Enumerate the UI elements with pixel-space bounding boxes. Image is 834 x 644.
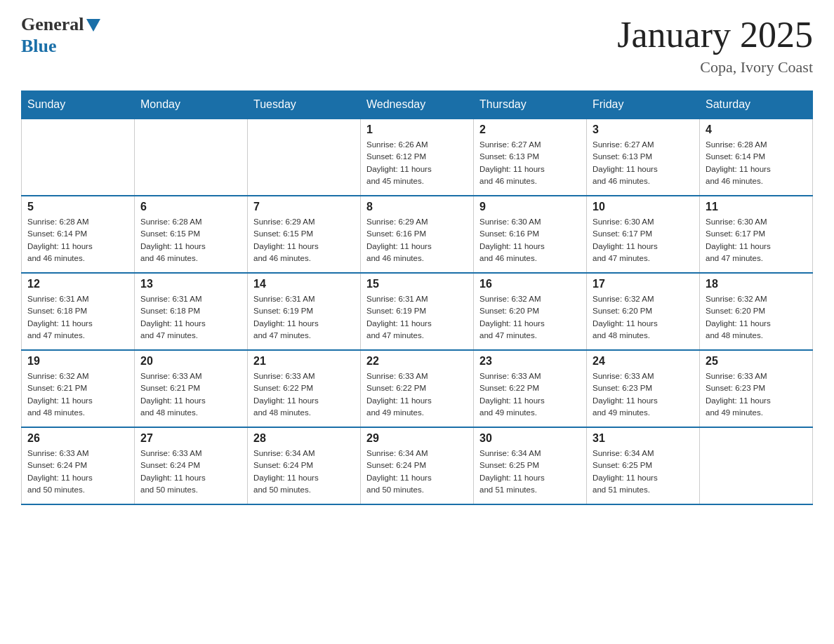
calendar-day-cell: 15Sunrise: 6:31 AM Sunset: 6:19 PM Dayli…	[361, 273, 474, 350]
logo-triangle-icon	[86, 19, 100, 32]
day-number: 14	[253, 278, 355, 290]
day-info: Sunrise: 6:26 AM Sunset: 6:12 PM Dayligh…	[366, 139, 468, 187]
calendar-day-cell: 4Sunrise: 6:28 AM Sunset: 6:14 PM Daylig…	[700, 119, 813, 196]
logo: General Blue	[21, 14, 100, 57]
day-number: 17	[593, 278, 694, 290]
day-number: 26	[27, 432, 128, 445]
calendar-week-row: 1Sunrise: 6:26 AM Sunset: 6:12 PM Daylig…	[22, 119, 813, 196]
day-info: Sunrise: 6:30 AM Sunset: 6:17 PM Dayligh…	[593, 216, 694, 264]
day-info: Sunrise: 6:31 AM Sunset: 6:18 PM Dayligh…	[27, 293, 128, 342]
day-number: 20	[140, 355, 241, 368]
day-number: 13	[140, 278, 241, 290]
calendar-day-cell: 29Sunrise: 6:34 AM Sunset: 6:24 PM Dayli…	[361, 427, 474, 504]
day-info: Sunrise: 6:33 AM Sunset: 6:22 PM Dayligh…	[253, 370, 355, 419]
day-number: 1	[366, 123, 468, 136]
day-info: Sunrise: 6:28 AM Sunset: 6:15 PM Dayligh…	[140, 216, 241, 264]
calendar-day-cell: 22Sunrise: 6:33 AM Sunset: 6:22 PM Dayli…	[361, 350, 474, 427]
day-number: 16	[479, 278, 581, 290]
day-info: Sunrise: 6:33 AM Sunset: 6:22 PM Dayligh…	[366, 370, 468, 419]
day-info: Sunrise: 6:27 AM Sunset: 6:13 PM Dayligh…	[593, 139, 694, 187]
day-number: 11	[706, 201, 807, 213]
day-info: Sunrise: 6:28 AM Sunset: 6:14 PM Dayligh…	[27, 216, 128, 264]
day-info: Sunrise: 6:31 AM Sunset: 6:18 PM Dayligh…	[140, 293, 241, 342]
calendar-day-cell: 3Sunrise: 6:27 AM Sunset: 6:13 PM Daylig…	[587, 119, 700, 196]
calendar-day-cell: 8Sunrise: 6:29 AM Sunset: 6:16 PM Daylig…	[361, 196, 474, 273]
calendar-day-cell	[135, 119, 248, 196]
calendar-day-cell: 20Sunrise: 6:33 AM Sunset: 6:21 PM Dayli…	[135, 350, 248, 427]
day-info: Sunrise: 6:34 AM Sunset: 6:25 PM Dayligh…	[593, 448, 694, 496]
day-of-week-header: Tuesday	[248, 91, 361, 119]
calendar-day-cell: 1Sunrise: 6:26 AM Sunset: 6:12 PM Daylig…	[361, 119, 474, 196]
day-number: 10	[593, 201, 694, 213]
calendar-day-cell: 5Sunrise: 6:28 AM Sunset: 6:14 PM Daylig…	[22, 196, 135, 273]
day-of-week-header: Monday	[135, 91, 248, 119]
day-info: Sunrise: 6:32 AM Sunset: 6:21 PM Dayligh…	[27, 370, 128, 419]
logo-blue-text: Blue	[21, 36, 57, 56]
calendar-day-cell: 9Sunrise: 6:30 AM Sunset: 6:16 PM Daylig…	[474, 196, 587, 273]
calendar-subtitle: Copa, Ivory Coast	[617, 58, 813, 76]
day-number: 30	[479, 432, 581, 445]
calendar-day-cell: 10Sunrise: 6:30 AM Sunset: 6:17 PM Dayli…	[587, 196, 700, 273]
day-info: Sunrise: 6:29 AM Sunset: 6:16 PM Dayligh…	[366, 216, 468, 264]
day-number: 21	[253, 355, 355, 368]
day-info: Sunrise: 6:27 AM Sunset: 6:13 PM Dayligh…	[479, 139, 581, 187]
day-info: Sunrise: 6:34 AM Sunset: 6:24 PM Dayligh…	[253, 448, 355, 496]
calendar-day-cell: 6Sunrise: 6:28 AM Sunset: 6:15 PM Daylig…	[135, 196, 248, 273]
calendar-week-row: 26Sunrise: 6:33 AM Sunset: 6:24 PM Dayli…	[22, 427, 813, 504]
calendar-day-cell: 2Sunrise: 6:27 AM Sunset: 6:13 PM Daylig…	[474, 119, 587, 196]
day-number: 3	[593, 123, 694, 136]
calendar-day-cell	[22, 119, 135, 196]
day-number: 19	[27, 355, 128, 368]
calendar-day-cell: 14Sunrise: 6:31 AM Sunset: 6:19 PM Dayli…	[248, 273, 361, 350]
calendar-day-cell: 17Sunrise: 6:32 AM Sunset: 6:20 PM Dayli…	[587, 273, 700, 350]
day-info: Sunrise: 6:31 AM Sunset: 6:19 PM Dayligh…	[366, 293, 468, 342]
page-header: General Blue January 2025 Copa, Ivory Co…	[21, 14, 813, 76]
calendar-day-cell: 11Sunrise: 6:30 AM Sunset: 6:17 PM Dayli…	[700, 196, 813, 273]
day-number: 24	[593, 355, 694, 368]
day-info: Sunrise: 6:32 AM Sunset: 6:20 PM Dayligh…	[706, 293, 807, 342]
calendar-day-cell: 12Sunrise: 6:31 AM Sunset: 6:18 PM Dayli…	[22, 273, 135, 350]
day-of-week-header: Thursday	[474, 91, 587, 119]
calendar-day-cell: 30Sunrise: 6:34 AM Sunset: 6:25 PM Dayli…	[474, 427, 587, 504]
day-info: Sunrise: 6:34 AM Sunset: 6:25 PM Dayligh…	[479, 448, 581, 496]
day-number: 18	[706, 278, 807, 290]
day-info: Sunrise: 6:33 AM Sunset: 6:24 PM Dayligh…	[140, 448, 241, 496]
calendar-day-cell: 26Sunrise: 6:33 AM Sunset: 6:24 PM Dayli…	[22, 427, 135, 504]
day-of-week-header: Wednesday	[361, 91, 474, 119]
calendar-day-cell: 7Sunrise: 6:29 AM Sunset: 6:15 PM Daylig…	[248, 196, 361, 273]
day-number: 15	[366, 278, 468, 290]
day-number: 31	[593, 432, 694, 445]
day-info: Sunrise: 6:34 AM Sunset: 6:24 PM Dayligh…	[366, 448, 468, 496]
day-number: 12	[27, 278, 128, 290]
calendar-week-row: 19Sunrise: 6:32 AM Sunset: 6:21 PM Dayli…	[22, 350, 813, 427]
day-number: 25	[706, 355, 807, 368]
calendar-week-row: 12Sunrise: 6:31 AM Sunset: 6:18 PM Dayli…	[22, 273, 813, 350]
calendar-day-cell: 27Sunrise: 6:33 AM Sunset: 6:24 PM Dayli…	[135, 427, 248, 504]
day-number: 5	[27, 201, 128, 213]
day-info: Sunrise: 6:32 AM Sunset: 6:20 PM Dayligh…	[593, 293, 694, 342]
day-number: 2	[479, 123, 581, 136]
day-of-week-header: Saturday	[700, 91, 813, 119]
calendar-day-cell: 28Sunrise: 6:34 AM Sunset: 6:24 PM Dayli…	[248, 427, 361, 504]
day-number: 4	[706, 123, 807, 136]
day-info: Sunrise: 6:33 AM Sunset: 6:21 PM Dayligh…	[140, 370, 241, 419]
day-of-week-header: Sunday	[22, 91, 135, 119]
calendar-header-row: SundayMondayTuesdayWednesdayThursdayFrid…	[22, 91, 813, 119]
day-info: Sunrise: 6:33 AM Sunset: 6:23 PM Dayligh…	[706, 370, 807, 419]
calendar-week-row: 5Sunrise: 6:28 AM Sunset: 6:14 PM Daylig…	[22, 196, 813, 273]
calendar-day-cell: 16Sunrise: 6:32 AM Sunset: 6:20 PM Dayli…	[474, 273, 587, 350]
day-info: Sunrise: 6:33 AM Sunset: 6:24 PM Dayligh…	[27, 448, 128, 496]
day-number: 28	[253, 432, 355, 445]
day-number: 27	[140, 432, 241, 445]
day-info: Sunrise: 6:33 AM Sunset: 6:22 PM Dayligh…	[479, 370, 581, 419]
day-info: Sunrise: 6:28 AM Sunset: 6:14 PM Dayligh…	[706, 139, 807, 187]
logo-general-text: General	[21, 14, 84, 34]
title-section: January 2025 Copa, Ivory Coast	[617, 14, 813, 76]
calendar-day-cell: 18Sunrise: 6:32 AM Sunset: 6:20 PM Dayli…	[700, 273, 813, 350]
calendar-day-cell: 13Sunrise: 6:31 AM Sunset: 6:18 PM Dayli…	[135, 273, 248, 350]
calendar-day-cell: 19Sunrise: 6:32 AM Sunset: 6:21 PM Dayli…	[22, 350, 135, 427]
day-info: Sunrise: 6:30 AM Sunset: 6:16 PM Dayligh…	[479, 216, 581, 264]
calendar-day-cell: 24Sunrise: 6:33 AM Sunset: 6:23 PM Dayli…	[587, 350, 700, 427]
day-info: Sunrise: 6:32 AM Sunset: 6:20 PM Dayligh…	[479, 293, 581, 342]
day-number: 9	[479, 201, 581, 213]
